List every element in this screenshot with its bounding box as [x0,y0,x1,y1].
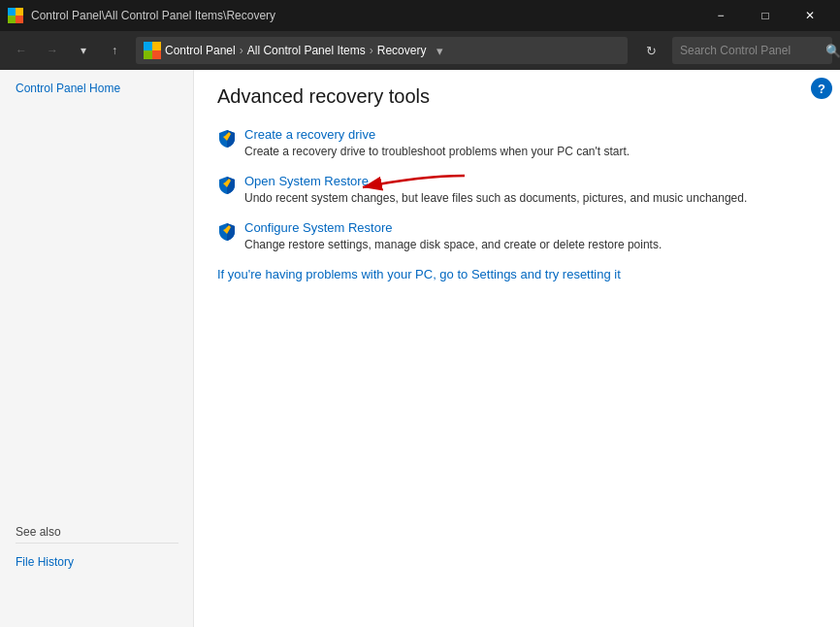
forward-button[interactable]: → [39,37,66,64]
system-restore-item: Open System Restore Undo recent system c… [217,174,817,205]
help-button[interactable]: ? [811,78,832,99]
titlebar-controls: − □ ✕ [698,0,832,31]
shield-icon-2 [217,175,237,194]
titlebar: Control Panel\All Control Panel Items\Re… [0,0,840,31]
configure-restore-content: Configure System Restore Change restore … [244,220,662,251]
svg-rect-1 [16,8,23,16]
configure-system-restore-link[interactable]: Configure System Restore [244,220,662,235]
configure-restore-item: Configure System Restore Change restore … [217,220,817,251]
search-icon[interactable]: 🔍 [825,44,840,58]
minimize-button[interactable]: − [698,0,743,31]
file-history-link[interactable]: File History [16,555,178,569]
page-title: Advanced recovery tools [217,85,817,108]
recovery-drive-desc: Create a recovery drive to troubleshoot … [244,145,630,158]
svg-rect-5 [152,42,161,50]
svg-rect-0 [8,8,16,16]
configure-restore-desc: Change restore settings, manage disk spa… [244,238,662,251]
system-restore-content: Open System Restore Undo recent system c… [244,174,747,205]
sidebar: Control Panel Home See also File History [0,70,194,627]
system-restore-desc: Undo recent system changes, but leave fi… [244,191,747,205]
back-button[interactable]: ← [8,37,35,64]
address-dropdown-button[interactable]: ▾ [430,37,449,64]
recovery-drive-item: Create a recovery drive Create a recover… [217,127,817,158]
refresh-button[interactable]: ↻ [637,37,664,64]
see-also-label: See also [16,525,61,539]
titlebar-icon [8,8,23,23]
address-part-3: Recovery [377,44,427,57]
svg-rect-2 [8,16,16,23]
svg-rect-4 [144,42,152,50]
titlebar-title: Control Panel\All Control Panel Items\Re… [31,9,698,22]
address-part-2: All Control Panel Items [247,44,366,57]
recent-locations-button[interactable]: ▾ [70,37,97,64]
navbar: ← → ▾ ↑ Control Panel › All Control Pane… [0,31,840,70]
address-text: Control Panel › All Control Panel Items … [165,44,426,57]
svg-rect-6 [144,50,152,59]
svg-rect-3 [16,16,23,23]
address-bar[interactable]: Control Panel › All Control Panel Items … [136,37,628,64]
reset-pc-link[interactable]: If you're having problems with your PC, … [217,267,817,281]
sidebar-home-link[interactable]: Control Panel Home [16,82,178,95]
main-panel: ? Advanced recovery tools Create a recov… [194,70,840,627]
address-part-1: Control Panel [165,44,236,57]
maximize-button[interactable]: □ [743,0,788,31]
shield-icon-1 [217,128,237,148]
up-button[interactable]: ↑ [101,37,128,64]
close-button[interactable]: ✕ [788,0,832,31]
open-system-restore-link[interactable]: Open System Restore [244,174,747,188]
svg-rect-7 [152,50,161,59]
recovery-drive-content: Create a recovery drive Create a recover… [244,127,630,158]
shield-icon-3 [217,221,237,241]
sidebar-separator [16,543,178,544]
search-box[interactable]: 🔍 [672,37,832,64]
address-icon [144,42,161,59]
create-recovery-drive-link[interactable]: Create a recovery drive [244,127,630,142]
search-input[interactable] [680,44,825,57]
content-area: Control Panel Home See also File History… [0,70,840,627]
